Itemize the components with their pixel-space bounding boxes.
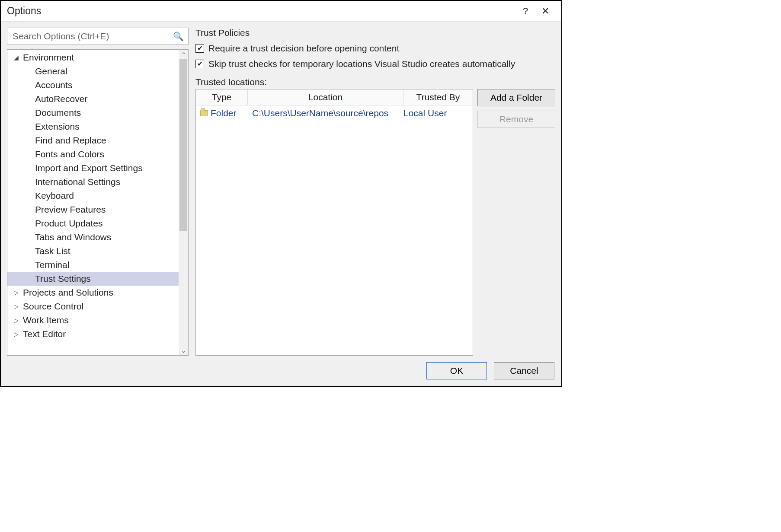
help-button[interactable]: ? [515,1,535,21]
tree-item-documents[interactable]: Documents [7,106,179,120]
tree-node-work-items[interactable]: ▷ Work Items [7,313,179,327]
tree-item-product-updates[interactable]: Product Updates [7,217,179,230]
help-icon: ? [523,6,528,17]
trusted-locations-area: Type Location Trusted By Folder C:\Users… [195,89,555,356]
tree-scrollbar[interactable]: ⌃ ⌄ [179,50,188,355]
tree-item-task-list[interactable]: Task List [7,244,179,258]
group-header: Trust Policies [195,28,555,38]
tree-item-international[interactable]: International Settings [7,175,179,189]
tree-item-trust-settings[interactable]: Trust Settings [7,272,179,286]
cell-trusted-by: Local User [403,108,468,118]
scroll-up-icon[interactable]: ⌃ [179,50,188,59]
folder-icon [200,110,208,116]
tree-item-tabs-windows[interactable]: Tabs and Windows [7,230,179,244]
table-row[interactable]: Folder C:\Users\UserName\source\repos Lo… [196,105,473,121]
group-rule [254,33,555,33]
require-trust-label: Require a trust decision before opening … [208,43,399,54]
chevron-collapsed-icon: ▷ [12,331,20,338]
close-button[interactable]: ✕ [535,1,555,21]
checkbox-checked-icon[interactable]: ✔ [195,44,204,53]
chevron-collapsed-icon: ▷ [12,289,20,296]
col-trusted-by[interactable]: Trusted By [403,89,473,105]
tree-node-projects-solutions[interactable]: ▷ Projects and Solutions [7,286,179,299]
grid-body: Folder C:\Users\UserName\source\repos Lo… [196,105,473,355]
search-options-box[interactable]: 🔍 [7,28,189,45]
add-folder-button[interactable]: Add a Folder [477,89,555,106]
tree-item-preview-features[interactable]: Preview Features [7,203,179,217]
tree-item-terminal[interactable]: Terminal [7,258,179,272]
col-location[interactable]: Location [248,89,403,105]
tree-item-keyboard[interactable]: Keyboard [7,189,179,203]
col-type[interactable]: Type [196,89,248,105]
tree-node-source-control[interactable]: ▷ Source Control [7,299,179,313]
cell-location: C:\Users\UserName\source\repos [248,108,403,118]
tree-item-accounts[interactable]: Accounts [7,78,179,92]
window-title: Options [7,5,515,17]
options-tree: ◢ Environment General Accounts AutoRecov… [7,49,189,356]
require-trust-checkbox-row[interactable]: ✔ Require a trust decision before openin… [195,43,555,54]
scroll-down-icon[interactable]: ⌄ [179,346,188,355]
skip-trust-checkbox-row[interactable]: ✔ Skip trust checks for temporary locati… [195,59,555,69]
cell-type: Folder [200,108,248,118]
options-dialog: Options ? ✕ 🔍 ◢ Environment General Acco… [0,0,562,387]
close-icon: ✕ [541,6,549,17]
group-title: Trust Policies [195,28,250,38]
location-buttons: Add a Folder Remove [477,89,555,356]
search-icon: 🔍 [173,31,184,41]
search-input[interactable] [12,31,173,42]
tree-viewport: ◢ Environment General Accounts AutoRecov… [7,50,179,355]
tree-item-autorecover[interactable]: AutoRecover [7,92,179,106]
left-panel: 🔍 ◢ Environment General Accounts AutoRec… [7,28,189,356]
tree-item-find-replace[interactable]: Find and Replace [7,134,179,147]
dialog-footer: OK Cancel [1,356,561,386]
chevron-collapsed-icon: ▷ [12,317,20,324]
tree-item-general[interactable]: General [7,64,179,78]
titlebar: Options ? ✕ [1,1,561,22]
tree-item-import-export[interactable]: Import and Export Settings [7,161,179,175]
trusted-locations-label: Trusted locations: [195,77,555,87]
tree-item-fonts-colors[interactable]: Fonts and Colors [7,147,179,161]
grid-header: Type Location Trusted By [196,89,473,105]
tree-node-text-editor[interactable]: ▷ Text Editor [7,327,179,341]
tree-label: Environment [20,52,74,63]
trusted-locations-grid[interactable]: Type Location Trusted By Folder C:\Users… [195,89,473,356]
tree-node-environment[interactable]: ◢ Environment [7,51,179,64]
dialog-body: 🔍 ◢ Environment General Accounts AutoRec… [1,22,561,356]
skip-trust-label: Skip trust checks for temporary location… [208,59,515,69]
ok-button[interactable]: OK [426,362,487,379]
tree-item-extensions[interactable]: Extensions [7,120,179,134]
chevron-collapsed-icon: ▷ [12,303,20,310]
chevron-expanded-icon: ◢ [12,54,20,61]
scroll-track[interactable] [179,59,188,346]
cancel-button[interactable]: Cancel [494,362,554,379]
scroll-thumb[interactable] [179,59,187,231]
remove-button: Remove [477,111,555,128]
settings-panel: Trust Policies ✔ Require a trust decisio… [195,28,555,356]
checkbox-checked-icon[interactable]: ✔ [195,60,204,68]
